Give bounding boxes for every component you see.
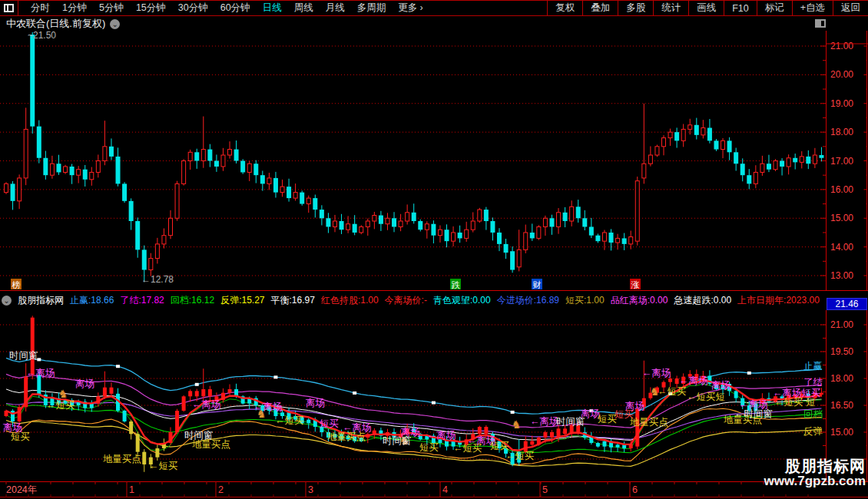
menu-item-多周期[interactable]: 多周期: [351, 2, 393, 15]
top-menu-bar: 分时1分钟5分钟15分钟30分钟60分钟日线周线月线多周期更多 › 复权叠加多股…: [0, 0, 868, 16]
menu-item-月线[interactable]: 月线: [320, 2, 351, 15]
menu-item-1分钟[interactable]: 1分钟: [56, 2, 93, 15]
signal-annotation: 时间窗: [9, 350, 38, 361]
signal-annotation: 地量买点: [327, 431, 366, 442]
signal-annotation: 离场: [306, 398, 325, 408]
signal-annotation: ←离场: [530, 416, 559, 427]
menu-item-叠加[interactable]: 叠加: [582, 1, 618, 15]
signal-annotation: ←时间窗: [734, 408, 773, 419]
low-price-annotation: ←12.78: [141, 274, 174, 285]
signal-annotation: ←离场: [427, 430, 456, 441]
menu-item-复权[interactable]: 复权: [547, 1, 582, 15]
signal-annotation: ←离场: [253, 402, 283, 412]
indicator-fields: 止赢:18.66了结:17.82回档:16.12反弹:15.27平衡:16.97…: [70, 294, 820, 307]
menu-item-+自选[interactable]: +自选: [792, 1, 833, 15]
hotlist-marker: 榜: [12, 280, 21, 289]
band-label: ←离场短买: [773, 388, 821, 398]
signal-annotation: ←短买 短: [774, 397, 815, 408]
current-value-badge: 21.46: [827, 298, 867, 310]
chart-title: 中农联合(日线.前复权): [6, 17, 105, 31]
signal-annotation: ←短买: [46, 400, 75, 411]
signal-annotation: ←离场: [192, 399, 221, 410]
band-label: 反弹: [803, 426, 823, 437]
time-axis[interactable]: 2024年123456: [0, 481, 868, 497]
signal-annotation: 离场: [711, 380, 731, 391]
trading-app-window: 分时1分钟5分钟15分钟30分钟60分钟日线周线月线多周期更多 › 复权叠加多股…: [0, 0, 868, 499]
signal-annotation: 短买: [320, 418, 339, 429]
signal-annotation: 地量买点: [103, 454, 141, 464]
rider-buy-icon: ♞: [512, 418, 522, 431]
indicator-field: 平衡:16.97: [271, 294, 315, 307]
menu-item-F10[interactable]: F10: [724, 1, 757, 15]
signal-annotation: 短买: [419, 442, 439, 453]
svg-text:16.50: 16.50: [830, 400, 853, 411]
menu-item-更多 ›[interactable]: 更多 ›: [392, 2, 429, 15]
signal-annotation: ←离场: [26, 368, 55, 378]
menu-item-分时[interactable]: 分时: [25, 2, 56, 15]
month-label: 5: [542, 484, 548, 495]
svg-text:14.00: 14.00: [830, 242, 853, 253]
signal-annotation: 离场: [625, 401, 644, 411]
band-label: 回档: [803, 409, 823, 420]
indicator-field: 反弹:15.27: [220, 294, 264, 307]
menu-item-15分钟[interactable]: 15分钟: [130, 2, 172, 15]
svg-text:13.00: 13.00: [830, 270, 853, 281]
hotlist-marker: 跌: [452, 280, 461, 289]
indicator-band-panel[interactable]: 21.0019.5018.0016.5015.00♞♞♞♞♞时间窗←离场离场←短…: [0, 310, 868, 481]
chart-title-row: 中农联合(日线.前复权) ⌄: [6, 18, 120, 30]
indicator-field: 止赢:18.66: [70, 294, 114, 307]
high-price-annotation: ~21.50: [28, 31, 56, 41]
indicator-field: 上市日期年:2023.00: [737, 294, 820, 307]
svg-text:18.00: 18.00: [830, 373, 853, 384]
svg-text:15.00: 15.00: [830, 427, 853, 438]
menu-item-周线[interactable]: 周线: [288, 2, 320, 15]
signal-annotation: ←短买: [275, 415, 304, 426]
month-label: 1: [129, 484, 134, 495]
signal-annotation: ←短买: [658, 386, 687, 397]
svg-text:20.00: 20.00: [830, 69, 853, 80]
svg-text:21.00: 21.00: [830, 41, 853, 51]
month-label: 3: [308, 484, 313, 495]
band-label: 了结: [803, 377, 823, 388]
month-label: 2: [218, 484, 224, 495]
menu-item-统计[interactable]: 统计: [653, 1, 688, 15]
signal-annotation: 地量买点: [630, 417, 668, 428]
month-label: 6: [632, 484, 638, 495]
indicator-field: 短买:1.00: [565, 294, 605, 307]
window-layout-icon[interactable]: [0, 1, 18, 15]
menu-item-5分钟[interactable]: 5分钟: [93, 2, 130, 15]
svg-text:18.00: 18.00: [830, 127, 853, 137]
year-label: 2024年: [6, 484, 37, 495]
menu-item-画线[interactable]: 画线: [688, 1, 724, 15]
month-label: 4: [442, 484, 448, 495]
main-candles: [5, 32, 824, 282]
indicator-field: 红色持股:1.00: [321, 294, 379, 307]
band-label: 止赢: [803, 361, 823, 372]
pane-layout-icon[interactable]: [815, 19, 826, 28]
menu-item-60分钟[interactable]: 60分钟: [214, 2, 257, 15]
indicator-header: ⌄ 股朋指标网 止赢:18.66了结:17.82回档:16.12反弹:15.27…: [2, 292, 825, 309]
indicator-field: 今离场价:-: [385, 294, 427, 307]
svg-text:17.00: 17.00: [830, 156, 853, 167]
svg-text:15.00: 15.00: [830, 213, 853, 223]
chevron-down-icon[interactable]: ⌄: [110, 19, 120, 29]
indicator-source: 股朋指标网: [18, 294, 64, 307]
menu-item-返回[interactable]: 返回: [833, 1, 868, 15]
signal-annotation: 地量买点: [192, 439, 230, 450]
menu-item-标记[interactable]: 标记: [757, 1, 792, 15]
indicator-chevron-icon[interactable]: ⌄: [2, 296, 12, 306]
indicator-field: 今进场价:16.89: [497, 294, 559, 307]
main-candlestick-chart[interactable]: 21.0020.0019.0018.0017.0016.0015.0014.00…: [0, 31, 868, 291]
signal-annotation: ←短买短: [687, 392, 725, 402]
signal-annotation: 离场: [75, 378, 94, 389]
menu-item-30分钟[interactable]: 30分钟: [172, 2, 214, 15]
menu-item-多股[interactable]: 多股: [618, 1, 653, 15]
svg-text:19.00: 19.00: [830, 98, 853, 109]
hotlist-marker: 涨: [631, 280, 640, 289]
svg-text:21.00: 21.00: [830, 319, 853, 330]
indicator-field: 品红离场:0.00: [611, 294, 668, 307]
period-menu: 分时1分钟5分钟15分钟30分钟60分钟日线周线月线多周期更多 ›: [18, 2, 429, 15]
menu-item-日线[interactable]: 日线: [257, 2, 288, 15]
signal-annotation: 短买: [490, 441, 509, 451]
signal-annotation: ←离场: [642, 368, 671, 378]
